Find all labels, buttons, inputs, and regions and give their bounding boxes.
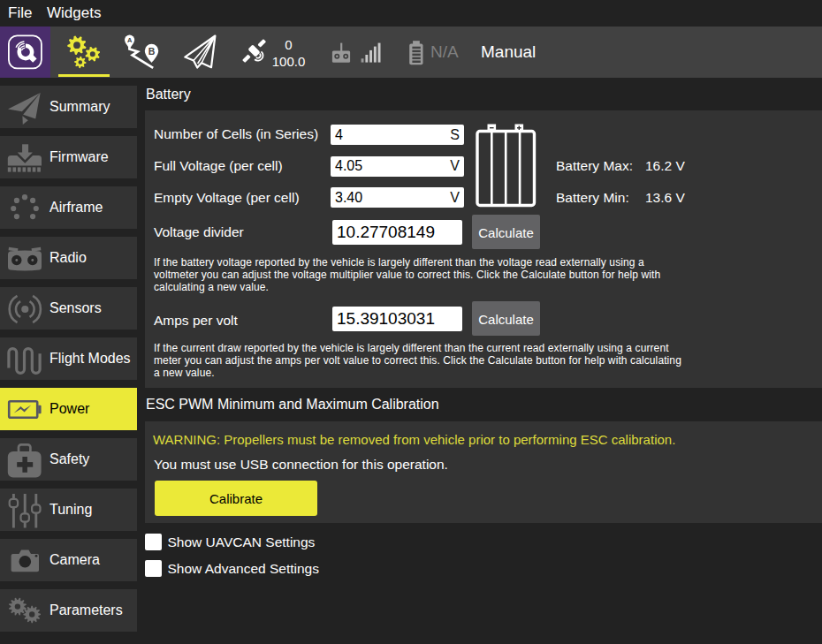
svg-text:B: B	[148, 46, 156, 57]
svg-text:A: A	[127, 36, 133, 44]
